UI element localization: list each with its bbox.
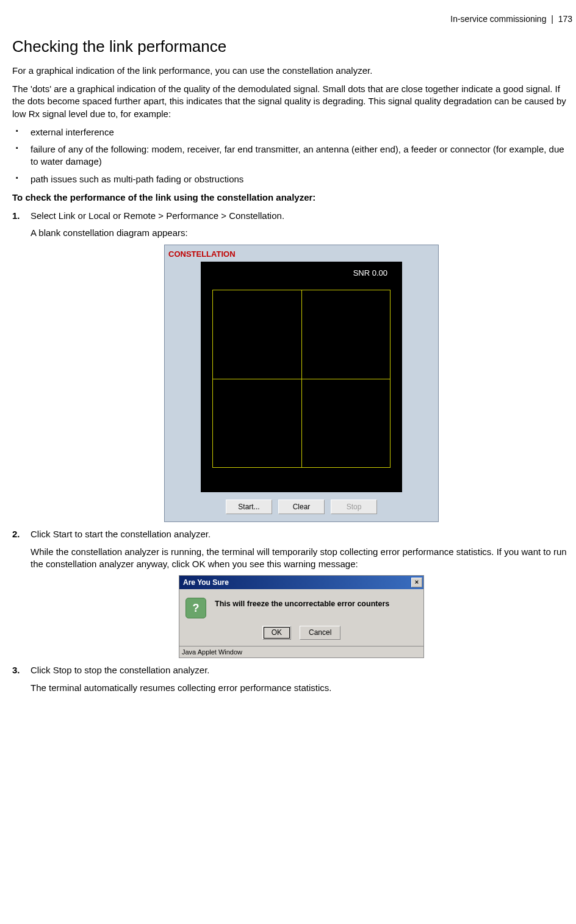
step-3: 3. Click Stop to stop the constellation …	[12, 664, 572, 694]
step-text: Select Link or Local or Remote > Perform…	[31, 210, 572, 222]
confirm-dialog: Are You Sure × ? This will freeze the un…	[179, 575, 424, 658]
list-item: path issues such as multi-path fading or…	[12, 173, 572, 185]
step-text: Click Start to start the constellation a…	[31, 528, 572, 540]
list-item: failure of any of the following: modem, …	[12, 143, 572, 168]
page-header: In-service commissioning | 173	[12, 13, 572, 25]
ok-button[interactable]: OK	[262, 626, 291, 639]
step-number: 3.	[12, 664, 20, 676]
procedure-lead: To check the performance of the link usi…	[12, 192, 572, 204]
step-1: 1. Select Link or Local or Remote > Perf…	[12, 210, 572, 522]
question-icon: ?	[185, 598, 206, 618]
step-text: While the constellation analyzer is runn…	[31, 546, 572, 571]
step-text: Click Stop to stop the constellation ana…	[31, 664, 572, 676]
dialog-status: Java Applet Window	[179, 646, 423, 658]
header-section: In-service commissioning	[450, 14, 546, 24]
dialog-title-text: Are You Sure	[183, 578, 229, 587]
constellation-panel: CONSTELLATION SNR 0.00 Start... Clear St…	[164, 245, 439, 523]
cause-list: external interference failure of any of …	[12, 126, 572, 185]
page-title: Checking the link performance	[12, 36, 572, 57]
step-2: 2. Click Start to start the constellatio…	[12, 528, 572, 658]
step-text: A blank constellation diagram appears:	[31, 227, 572, 239]
cancel-button[interactable]: Cancel	[300, 626, 340, 639]
grid-vline	[301, 290, 302, 467]
dialog-message: This will freeze the uncorrectable error…	[215, 598, 389, 609]
constellation-title: CONSTELLATION	[167, 248, 436, 262]
snr-label: SNR 0.00	[353, 268, 387, 279]
step-number: 2.	[12, 528, 20, 540]
intro-para-2: The 'dots' are a graphical indication of…	[12, 83, 572, 120]
constellation-buttons: Start... Clear Stop	[167, 496, 436, 519]
intro-para-1: For a graphical indication of the link p…	[12, 65, 572, 77]
start-button[interactable]: Start...	[226, 500, 272, 514]
dialog-titlebar: Are You Sure ×	[179, 576, 423, 589]
constellation-grid	[212, 290, 391, 468]
constellation-plot: SNR 0.00	[201, 262, 402, 492]
step-text: The terminal automatically resumes colle…	[31, 682, 572, 694]
header-page: 173	[558, 14, 572, 24]
stop-button: Stop	[331, 500, 377, 514]
list-item: external interference	[12, 126, 572, 138]
step-number: 1.	[12, 210, 20, 222]
clear-button[interactable]: Clear	[278, 500, 325, 514]
close-icon[interactable]: ×	[411, 578, 422, 587]
header-sep: |	[551, 14, 553, 24]
